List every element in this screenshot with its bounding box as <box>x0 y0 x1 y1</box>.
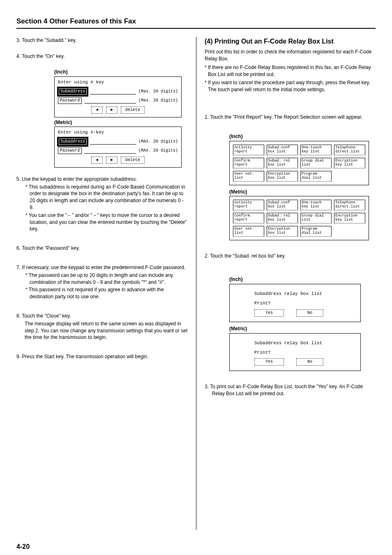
note: * If there are no F-Code Relay Boxes reg… <box>205 64 376 78</box>
print-confirm-inch: Subaddress relay box list Print? Yes No <box>229 284 361 322</box>
metric-label: (Metric) <box>54 119 188 126</box>
delete-button[interactable]: Delete <box>121 106 145 114</box>
report-button[interactable]: Subad.conf box list <box>267 200 298 210</box>
print-title: Subaddress relay box list <box>254 291 355 297</box>
inch-label: (Inch) <box>54 69 188 76</box>
screen-metric: Enter using #-key Subaddress (MAX. 20 di… <box>54 127 182 167</box>
metric-label: (Metric) <box>229 325 376 332</box>
section-title: Section 4 Other Features of this Fax <box>16 16 376 29</box>
password-field[interactable] <box>84 98 136 104</box>
subsection-heading: (4) Printing Out an F-Code Relay Box Lis… <box>205 37 376 46</box>
report-grid-metric: Activity reportSubad.conf box listOne-to… <box>229 196 369 240</box>
subaddress-key[interactable]: SubAddress <box>58 88 88 96</box>
inch-label: (Inch) <box>229 133 376 140</box>
inch-label: (Inch) <box>229 276 376 283</box>
step-5-note: * This subaddress is required during an … <box>16 184 188 211</box>
report-button[interactable]: Encryption key list <box>334 158 365 168</box>
metric-label: (Metric) <box>229 189 376 196</box>
report-button[interactable]: Telephone direct.list <box>334 145 365 155</box>
arrow-left-button[interactable]: ◄ <box>91 106 103 114</box>
report-grid-inch: Activity reportSubad.conf box listOne-to… <box>229 141 369 185</box>
yes-button[interactable]: Yes <box>254 309 284 317</box>
step-5: 5. Use the keypad to enter the appropria… <box>16 176 188 183</box>
step-5-note: * You can use the "←" and/or "→" keys to… <box>16 212 188 233</box>
report-button[interactable]: Encryption key list <box>334 213 365 223</box>
step-7-note: * This password is not required if you a… <box>16 286 188 300</box>
step-7-note: * The password can be up to 20 digits in… <box>16 272 188 286</box>
report-button[interactable]: Subad.conf box list <box>267 145 298 155</box>
step-3: 3. Touch the "Subadd." key. <box>16 37 188 44</box>
left-column: 3. Touch the "Subadd." key. 4. Touch the… <box>16 37 196 530</box>
note: * If you want to cancel the procedure pa… <box>205 79 376 93</box>
report-button[interactable]: Group dial list <box>300 158 332 168</box>
screen-line: Enter using #-key <box>58 129 178 136</box>
report-button[interactable]: User set. list <box>233 171 264 182</box>
report-button[interactable]: Activity report <box>233 145 264 155</box>
step-8-note: The message display will return to the s… <box>16 320 188 341</box>
subaddress-key[interactable]: Subaddress <box>58 138 88 146</box>
print-confirm-metric: Subaddress relay box list Print? Yes No <box>229 333 361 371</box>
max-hint: (Max. 20 digits) <box>138 89 178 94</box>
step-8: 8. Touch the "Close" key. <box>16 313 188 320</box>
report-button[interactable]: One-touch key list <box>300 145 332 155</box>
right-step-2: 2. Touch the "Subad. rel box list" key. <box>205 253 376 260</box>
arrow-right-button[interactable]: ► <box>106 106 118 114</box>
print-title: Subaddress relay box list <box>254 340 355 346</box>
arrow-right-button[interactable]: ► <box>106 157 118 164</box>
print-question: Print? <box>254 350 355 356</box>
report-button[interactable]: Subad. rel box list <box>267 213 298 223</box>
report-button[interactable]: Subad. rel box list <box>267 158 298 168</box>
password-key[interactable]: Password <box>58 147 82 154</box>
max-hint: (MAX. 20 digits) <box>138 148 178 154</box>
report-button[interactable]: User set. list <box>233 226 264 237</box>
report-button[interactable]: Activity report <box>233 200 264 210</box>
password-key[interactable]: Password <box>58 97 82 104</box>
right-step-1: 1. Touch the "Print Report" key. The Rep… <box>205 114 376 121</box>
step-4: 4. Touch the "On" key. <box>16 53 188 60</box>
right-column: (4) Printing Out an F-Code Relay Box Lis… <box>196 37 376 530</box>
arrow-left-button[interactable]: ◄ <box>91 157 103 164</box>
screen-line: Enter using # key <box>58 79 178 85</box>
delete-button[interactable]: Delete <box>121 157 145 164</box>
page-number: 4-20 <box>16 542 376 551</box>
max-hint: (MAX. 20 digits) <box>138 139 178 145</box>
report-button[interactable]: One-touch key list <box>300 200 332 210</box>
max-hint: (Max. 20 digits) <box>138 98 178 104</box>
right-step-3: 3. To print out an F-Code Relay Box List… <box>205 383 376 397</box>
report-button[interactable]: Encryption box list <box>267 226 298 237</box>
subaddress-field[interactable] <box>90 89 136 94</box>
password-field[interactable] <box>84 148 136 154</box>
step-7: 7. If necessary, use the keypad to enter… <box>16 264 188 271</box>
report-button[interactable]: Confirm. report <box>233 213 264 223</box>
yes-button[interactable]: Yes <box>254 358 284 366</box>
report-button[interactable]: Encryption box list <box>267 171 298 182</box>
report-button[interactable]: Confirm. report <box>233 158 264 168</box>
report-button[interactable]: Telephone direct.list <box>334 200 365 210</box>
step-9: 9. Press the Start key. The transmission… <box>16 353 188 360</box>
print-question: Print? <box>254 300 355 306</box>
no-button[interactable]: No <box>296 309 323 317</box>
intro-text: Print out this list in order to check th… <box>205 48 376 62</box>
report-button[interactable]: Program dial list <box>300 171 332 182</box>
report-button[interactable]: Program dial list <box>300 226 332 237</box>
no-button[interactable]: No <box>296 358 323 366</box>
report-button[interactable]: Group dial List <box>300 213 332 223</box>
screen-inch: Enter using # key SubAddress (Max. 20 di… <box>54 76 182 117</box>
subaddress-field[interactable] <box>90 139 136 145</box>
step-6: 6. Touch the "Password" key. <box>16 245 188 252</box>
